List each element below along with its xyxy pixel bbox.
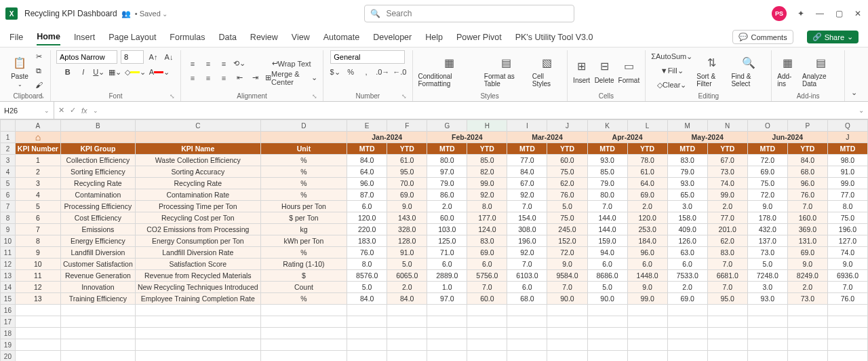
empty-cell[interactable] (547, 328, 587, 339)
cell-value[interactable]: 128.0 (387, 235, 427, 247)
empty-cell[interactable] (507, 339, 547, 351)
cell-value[interactable]: 1448.0 (627, 270, 667, 282)
hdr-mtd[interactable]: MTD (347, 143, 387, 155)
cancel-formula-icon[interactable]: ✕ (58, 106, 64, 115)
hdr-mtd[interactable]: MTD (747, 143, 787, 155)
cell-value[interactable]: 7.0 (707, 282, 747, 293)
number-launcher-icon[interactable]: ⤡ (401, 93, 407, 100)
copilot-icon[interactable]: ✦ (796, 9, 806, 18)
cell-value[interactable]: 65.0 (667, 189, 707, 201)
cell[interactable] (260, 132, 347, 143)
empty-cell[interactable] (787, 316, 827, 328)
cell[interactable] (135, 132, 260, 143)
spreadsheet-grid[interactable]: ABCDEFGHIJKLMNOPQ1⌂Jan-2024Feb-2024Mar-2… (0, 119, 868, 361)
empty-cell[interactable] (347, 305, 387, 316)
empty-cell[interactable] (15, 351, 60, 362)
insert-cells-button[interactable]: ⊞Insert (573, 58, 591, 84)
empty-cell[interactable] (427, 328, 467, 339)
cell-kpi-group[interactable]: Contamination (60, 189, 135, 201)
cell-kpi-number[interactable]: 1 (15, 155, 60, 166)
wrap-text-button[interactable]: ↩ Wrap Text (265, 58, 317, 70)
empty-cell[interactable] (347, 328, 387, 339)
tab-view[interactable]: View (292, 30, 310, 45)
cell-value[interactable]: 99.0 (827, 178, 867, 189)
select-all[interactable] (1, 120, 16, 132)
empty-cell[interactable] (387, 351, 427, 362)
cell-value[interactable]: 86.0 (427, 189, 467, 201)
copy-icon[interactable]: ⧉ (33, 64, 45, 77)
cell-value[interactable]: 245.0 (547, 224, 587, 235)
hdr-mtd[interactable]: MTD (587, 143, 627, 155)
font-launcher-icon[interactable]: ⤡ (170, 93, 175, 100)
cell-value[interactable]: 74.0 (827, 247, 867, 259)
cell-value[interactable]: 2.0 (627, 201, 667, 212)
cell-value[interactable]: 9.0 (547, 259, 587, 270)
cell-kpi-group[interactable]: Processing Efficiency (60, 201, 135, 212)
empty-cell[interactable] (260, 328, 347, 339)
empty-cell[interactable] (260, 316, 347, 328)
row-header-7[interactable]: 7 (1, 201, 16, 212)
cell-value[interactable]: 70.0 (387, 178, 427, 189)
border-icon[interactable]: ▦⌄ (108, 66, 121, 78)
cell-value[interactable]: 77.0 (707, 212, 747, 224)
cell-value[interactable]: 69.0 (787, 247, 827, 259)
cell-unit[interactable]: % (260, 166, 347, 178)
empty-cell[interactable] (15, 328, 60, 339)
empty-cell[interactable] (547, 339, 587, 351)
cell-value[interactable]: 120.0 (627, 212, 667, 224)
cell-kpi-number[interactable]: 3 (15, 178, 60, 189)
cell-value[interactable]: 9.0 (627, 282, 667, 293)
align-middle-icon[interactable]: ≡ (202, 58, 214, 70)
cell-value[interactable]: 99.0 (627, 293, 667, 305)
empty-cell[interactable] (347, 316, 387, 328)
empty-cell[interactable] (787, 351, 827, 362)
empty-cell[interactable] (15, 316, 60, 328)
row-header-13[interactable]: 13 (1, 270, 16, 282)
cell-value[interactable]: 7.0 (587, 201, 627, 212)
empty-cell[interactable] (707, 351, 747, 362)
row-header-3[interactable]: 3 (1, 155, 16, 166)
cell-value[interactable]: 69.0 (627, 189, 667, 201)
col-header-M[interactable]: M (667, 120, 707, 132)
formula-input[interactable] (104, 105, 850, 115)
align-bottom-icon[interactable]: ≡ (218, 58, 230, 70)
cell-value[interactable]: 6936.0 (827, 270, 867, 282)
cell-value[interactable]: 152.0 (547, 235, 587, 247)
cell-value[interactable]: 177.0 (467, 212, 507, 224)
tab-insert[interactable]: Insert (74, 30, 95, 45)
font-name-input[interactable] (56, 50, 117, 64)
empty-cell[interactable] (60, 316, 135, 328)
cell-value[interactable]: 6103.0 (507, 270, 547, 282)
font-color-icon[interactable]: A⌄ (149, 66, 170, 78)
cell-kpi-name[interactable]: Recycling Rate (135, 178, 260, 189)
comma-icon[interactable]: , (360, 66, 372, 78)
empty-cell[interactable] (667, 339, 707, 351)
tab-automate[interactable]: Automate (323, 30, 360, 45)
cell-value[interactable]: 96.0 (787, 178, 827, 189)
cell-value[interactable]: 84.0 (347, 155, 387, 166)
cell-value[interactable]: 7533.0 (667, 270, 707, 282)
empty-cell[interactable] (427, 351, 467, 362)
row-header-19[interactable]: 19 (1, 339, 16, 351)
cell-unit[interactable]: % (260, 155, 347, 166)
cell-value[interactable]: 77.0 (827, 189, 867, 201)
cell-value[interactable]: 69.0 (747, 166, 787, 178)
cell-kpi-group[interactable]: Cost Efficiency (60, 212, 135, 224)
cell-value[interactable]: 6.0 (507, 282, 547, 293)
col-header-N[interactable]: N (707, 120, 747, 132)
row-header-11[interactable]: 11 (1, 247, 16, 259)
cell-value[interactable]: 95.0 (707, 293, 747, 305)
empty-cell[interactable] (747, 351, 787, 362)
tab-review[interactable]: Review (250, 30, 278, 45)
col-header-O[interactable]: O (747, 120, 787, 132)
cell-kpi-name[interactable]: Employee Training Completion Rate (135, 293, 260, 305)
month-header[interactable]: J (827, 132, 867, 143)
cell-value[interactable]: 91.0 (387, 247, 427, 259)
cell-value[interactable]: 5.0 (587, 282, 627, 293)
cell-value[interactable]: 68.0 (787, 166, 827, 178)
cell-kpi-number[interactable]: 12 (15, 282, 60, 293)
empty-cell[interactable] (587, 351, 627, 362)
cell-value[interactable]: 154.0 (507, 212, 547, 224)
cell-value[interactable]: 7.0 (827, 282, 867, 293)
fill-color-icon[interactable]: ◇⌄ (125, 66, 146, 78)
